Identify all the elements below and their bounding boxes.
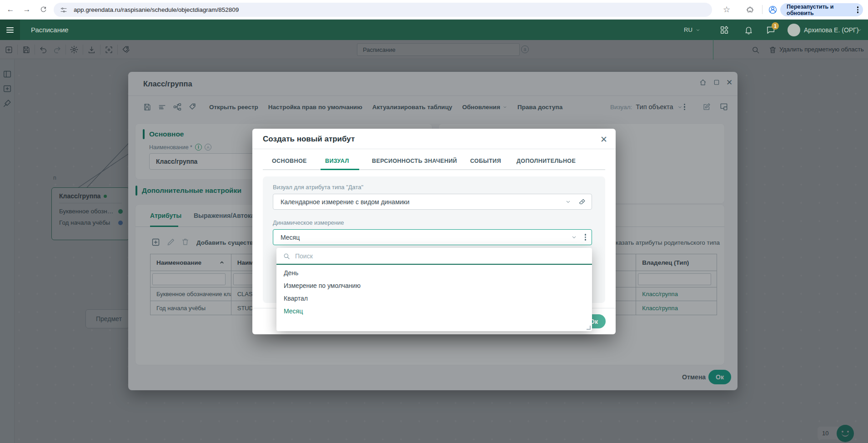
chrome-menu-icon[interactable] [857, 5, 858, 14]
visual-type-label: Визуал для атрибута типа "Дата" [273, 184, 363, 191]
dynamic-dimension-select[interactable]: Месяц [273, 229, 592, 245]
tab-main[interactable]: ОСНОВНОЕ [272, 158, 307, 164]
language-switcher[interactable]: RU [684, 20, 701, 40]
dropdown-search-input[interactable] [295, 252, 568, 260]
bookmark-star-icon[interactable]: ☆ [721, 4, 733, 15]
field-kebab-menu[interactable] [585, 233, 586, 242]
tab-events[interactable]: СОБЫТИЯ [470, 158, 501, 164]
hamburger-icon [6, 26, 14, 34]
apps-grid-icon [719, 25, 729, 35]
search-icon [283, 252, 290, 260]
dimension-dropdown: День Измерение по умолчанию Квартал Меся… [276, 248, 592, 331]
notifications-button[interactable] [744, 20, 753, 40]
chevron-down-icon [695, 27, 701, 33]
modal-tabs: ОСНОВНОЕ ВИЗУАЛ ВЕРСИОННОСТЬ ЗНАЧЕНИЙ СО… [263, 155, 605, 170]
tab-additional[interactable]: ДОПОЛНИТЕЛЬНОЕ [517, 158, 576, 164]
chat-button[interactable]: 1 [766, 20, 776, 40]
chevron-down-icon[interactable] [565, 198, 572, 205]
user-name[interactable]: Архипова Е. (ОРГ) [804, 20, 858, 40]
chat-badge: 1 [772, 22, 779, 30]
relaunch-update-label: Перезапустить и обновить [787, 4, 857, 16]
dropdown-search[interactable] [276, 248, 592, 265]
dropdown-option-day[interactable]: День [276, 267, 592, 279]
profile-icon[interactable] [767, 4, 778, 15]
apps-grid-button[interactable] [719, 20, 729, 40]
browser-reload-icon[interactable] [37, 4, 49, 15]
app-title: Расписание [31, 20, 69, 40]
chevron-down-icon [857, 27, 862, 33]
dropdown-option-default[interactable]: Измерение по умолчанию [276, 279, 592, 292]
browser-forward-icon[interactable]: → [21, 4, 33, 15]
browser-back-icon[interactable]: ← [5, 4, 16, 15]
user-menu-button[interactable] [857, 20, 862, 40]
main-menu-button[interactable] [0, 20, 20, 40]
site-settings-icon[interactable] [60, 6, 67, 14]
dynamic-dimension-value: Месяц [281, 234, 571, 241]
language-label: RU [684, 26, 692, 33]
resize-grip-icon[interactable] [587, 326, 591, 330]
user-avatar[interactable] [788, 20, 800, 40]
browser-chrome: ← → ☆ Перезапустить и обновить [0, 0, 868, 20]
avatar [788, 24, 800, 36]
visual-type-select[interactable]: Календарное измерение с видом динамики [273, 194, 592, 210]
clear-eraser-icon[interactable] [578, 198, 586, 206]
url-input[interactable] [74, 6, 483, 13]
dynamic-dimension-label: Динамическое измерение [273, 219, 344, 226]
visual-type-value: Календарное измерение с видом динамики [281, 198, 565, 206]
active-tab-underline [321, 169, 359, 170]
chrome-divider [762, 5, 763, 14]
app-header: Расписание RU 1 Архипова Е. (ОРГ) [0, 20, 868, 40]
bell-icon [744, 25, 753, 35]
dropdown-option-month[interactable]: Месяц [276, 305, 592, 317]
tab-versioning[interactable]: ВЕРСИОННОСТЬ ЗНАЧЕНИЙ [372, 158, 457, 164]
dropdown-option-quarter[interactable]: Квартал [276, 292, 592, 305]
extensions-icon[interactable] [744, 4, 756, 15]
address-bar[interactable] [54, 3, 712, 17]
modal-title: Создать новый атрибут [263, 135, 355, 144]
chevron-down-icon[interactable] [571, 234, 577, 241]
tab-visual[interactable]: ВИЗУАЛ [325, 158, 349, 164]
relaunch-update-button[interactable]: Перезапустить и обновить [780, 3, 863, 16]
screen: ← → ☆ Перезапустить и обновить Расписани… [0, 0, 868, 443]
modal-close-button[interactable]: ✕ [599, 134, 609, 144]
tabs-underline [263, 169, 605, 170]
